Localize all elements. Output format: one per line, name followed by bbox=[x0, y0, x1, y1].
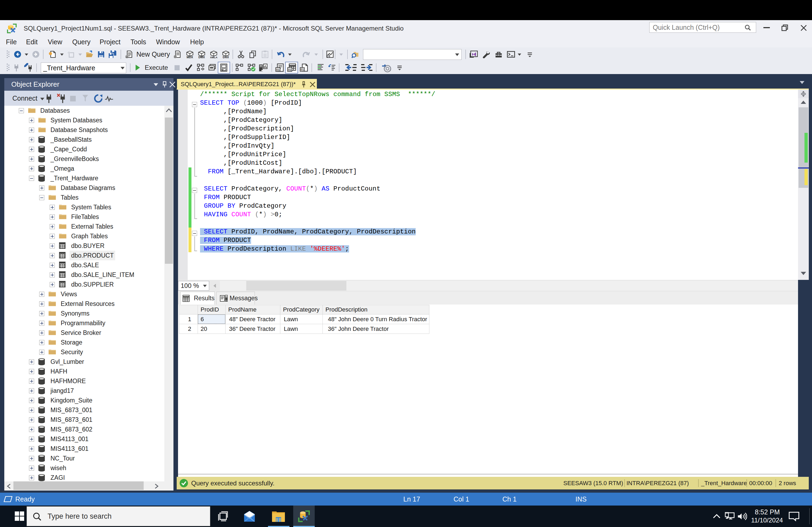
svg-text:MDX: MDX bbox=[187, 56, 193, 59]
svg-text:DMX: DMX bbox=[199, 56, 205, 59]
svg-text:01: 01 bbox=[288, 68, 291, 71]
svg-text:XMLA: XMLA bbox=[210, 56, 217, 59]
svg-text:01: 01 bbox=[276, 68, 279, 71]
svg-text:DAX: DAX bbox=[223, 56, 229, 59]
svg-text:01: 01 bbox=[301, 68, 304, 71]
